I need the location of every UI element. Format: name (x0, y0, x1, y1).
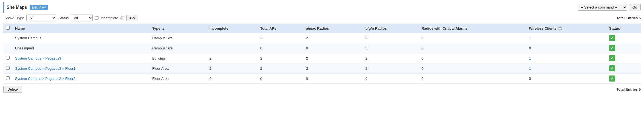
row-anac-radios: 2 (303, 33, 363, 43)
row-type: Campus/Site (149, 33, 207, 43)
row-status (606, 33, 641, 43)
row-bgn-radios: 0 (363, 43, 419, 53)
th-status: Status (606, 24, 641, 33)
th-critical-alarms: Radios with Critical Alarms (419, 24, 526, 33)
incomplete-label: Incomplete (101, 16, 118, 20)
row-name[interactable]: System Campus > Pegasus3 > Floor1 (12, 63, 149, 74)
row-checkbox[interactable] (6, 66, 10, 70)
row-checkbox-cell (3, 63, 12, 74)
wireless-info-icon[interactable]: ⓘ (558, 27, 562, 30)
row-total-aps: 0 (258, 43, 303, 53)
row-total-aps: 2 (258, 53, 303, 63)
th-wireless-clients: Wireless Clients ⓘ (526, 24, 606, 33)
total-entries-bottom: Total Entries 5 (616, 87, 641, 91)
table-row: System Campus > Pegasus3Building222201 (3, 53, 641, 63)
row-anac-radios: 2 (303, 63, 363, 74)
row-type: Campus/Site (149, 43, 207, 53)
th-total-aps: Total APs (258, 24, 303, 33)
status-label: Status (58, 16, 69, 20)
row-wireless-clients: 0 (526, 43, 606, 53)
header-left: Site Maps Edit View (7, 5, 48, 10)
row-status (606, 63, 641, 74)
select-all-checkbox[interactable] (6, 26, 10, 30)
bottom-row: Delete Total Entries 5 (3, 84, 641, 94)
type-select[interactable]: AllCampus/SiteBuildingFloor Area (26, 15, 56, 21)
row-checkbox[interactable] (6, 76, 10, 80)
row-type: Floor Area (149, 63, 207, 74)
table-row: System CampusCampus/Site22201 (3, 33, 641, 43)
row-critical-alarms: 0 (419, 53, 526, 63)
status-green-badge (609, 65, 615, 71)
row-checkbox-cell (3, 53, 12, 63)
row-checkbox-cell (3, 43, 12, 53)
th-type[interactable]: Type ▲ (149, 24, 207, 33)
header-go-button[interactable]: Go (629, 4, 641, 10)
th-checkbox (3, 24, 12, 33)
incomplete-checkbox[interactable] (95, 16, 98, 20)
sort-asc-icon: ▲ (162, 27, 165, 30)
table-row: System Campus > Pegasus3 > Floor2Floor A… (3, 74, 641, 84)
row-checkbox-cell (3, 74, 12, 84)
status-green-badge (609, 55, 615, 61)
row-critical-alarms: 0 (419, 74, 526, 84)
command-select[interactable]: -- Select a command -- (578, 4, 627, 11)
header-right: -- Select a command -- Go (578, 4, 641, 11)
row-status (606, 74, 641, 84)
table-header-row: Name Type ▲ Incomplete Total APs a/n/ac … (3, 24, 641, 33)
wireless-clients-link[interactable]: 1 (529, 66, 531, 71)
row-name[interactable]: System Campus > Pegasus3 > Floor2 (12, 74, 149, 84)
row-incomplete: 2 (207, 53, 258, 63)
row-type: Floor Area (149, 74, 207, 84)
row-name: System Campus (12, 33, 149, 43)
delete-button[interactable]: Delete (3, 86, 22, 93)
row-wireless-clients[interactable]: 1 (526, 33, 606, 43)
wireless-clients-link[interactable]: 1 (529, 36, 531, 40)
row-bgn-radios: 2 (363, 53, 419, 63)
row-checkbox[interactable] (6, 56, 10, 60)
row-name-link[interactable]: System Campus > Pegasus3 (15, 56, 61, 60)
page-wrapper: Site Maps Edit View -- Select a command … (0, 0, 644, 96)
th-anac-radios: a/n/ac Radios (303, 24, 363, 33)
row-critical-alarms: 0 (419, 33, 526, 43)
row-wireless-clients[interactable]: 1 (526, 53, 606, 63)
row-critical-alarms: 0 (419, 63, 526, 74)
row-incomplete: 2 (207, 63, 258, 74)
filter-go-button[interactable]: Go (126, 15, 138, 21)
type-label: Type (16, 16, 24, 20)
edit-view-button[interactable]: Edit View (30, 5, 48, 10)
row-type: Building (149, 53, 207, 63)
row-incomplete (207, 33, 258, 43)
status-green-badge (609, 75, 615, 82)
table-body: System CampusCampus/Site22201UnassignedC… (3, 33, 641, 84)
row-name-link[interactable]: System Campus > Pegasus3 > Floor1 (15, 66, 75, 71)
data-table: Name Type ▲ Incomplete Total APs a/n/ac … (3, 24, 641, 84)
filter-row: Show: Type AllCampus/SiteBuildingFloor A… (3, 13, 641, 23)
row-total-aps: 2 (258, 63, 303, 74)
row-bgn-radios: 2 (363, 33, 419, 43)
show-label: Show: (4, 16, 14, 20)
incomplete-help-icon[interactable]: ? (120, 16, 124, 20)
row-anac-radios: 2 (303, 53, 363, 63)
row-status (606, 43, 641, 53)
row-name[interactable]: System Campus > Pegasus3 (12, 53, 149, 63)
status-green-badge (609, 45, 615, 51)
row-name-link[interactable]: System Campus > Pegasus3 > Floor2 (15, 77, 75, 81)
table-row: System Campus > Pegasus3 > Floor1Floor A… (3, 63, 641, 74)
wireless-clients-link[interactable]: 1 (529, 56, 531, 60)
row-incomplete: 0 (207, 74, 258, 84)
th-name: Name (12, 24, 149, 33)
row-anac-radios: 0 (303, 43, 363, 53)
th-incomplete: Incomplete (207, 24, 258, 33)
row-anac-radios: 0 (303, 74, 363, 84)
row-status (606, 53, 641, 63)
row-bgn-radios: 0 (363, 74, 419, 84)
total-entries-top: Total Entries 5 (616, 16, 641, 20)
status-select[interactable]: AllActiveInactive (71, 15, 93, 21)
table-row: UnassignedCampus/Site00000 (3, 43, 641, 53)
row-wireless-clients[interactable]: 1 (526, 63, 606, 74)
th-bgn-radios: b/g/n Radios (363, 24, 419, 33)
row-name: Unassigned (12, 43, 149, 53)
row-critical-alarms: 0 (419, 43, 526, 53)
row-checkbox-cell (3, 33, 12, 43)
row-incomplete (207, 43, 258, 53)
